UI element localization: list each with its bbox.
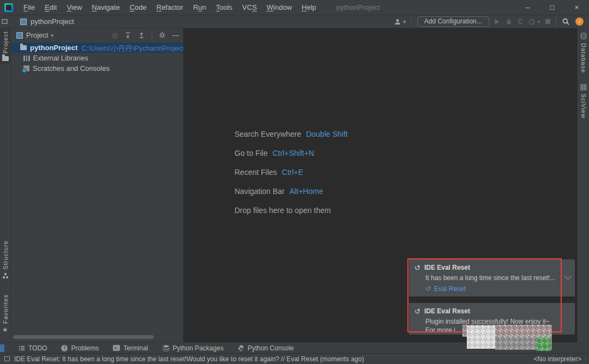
tool-tab-label: Terminal — [123, 344, 148, 352]
python-icon — [238, 345, 244, 351]
title-bar: File Edit View Navigate Code Refactor Ru… — [0, 0, 589, 15]
hint-navigation-bar: Navigation Bar Alt+Home — [235, 181, 347, 201]
toolbar-actions: ▾ Add Configuration... C ▾ ↑ — [394, 16, 589, 27]
add-configuration-button[interactable]: Add Configuration... — [417, 16, 489, 27]
pycharm-window: File Edit View Navigate Code Refactor Ru… — [0, 0, 589, 364]
debug-bug-icon[interactable] — [505, 18, 513, 26]
run-icon[interactable] — [495, 19, 500, 25]
hint-go-to-file: Go to File Ctrl+Shift+N — [235, 143, 347, 162]
tree-item-external-libraries[interactable]: External Libraries — [11, 53, 183, 63]
project-tab-label: Project — [2, 31, 9, 53]
project-icon — [20, 19, 27, 25]
sidebar-tab-favorites[interactable]: Favorites ★ — [2, 292, 9, 336]
tool-tab-python-packages[interactable]: Python Packages — [163, 344, 224, 352]
collapse-all-icon[interactable] — [138, 32, 145, 39]
close-button[interactable]: × — [564, 0, 589, 15]
minimize-button[interactable]: – — [515, 0, 540, 15]
sidebar-tab-structure[interactable]: Structure — [2, 238, 9, 282]
star-icon: ★ — [2, 326, 8, 333]
horizontal-scrollbar[interactable] — [13, 335, 154, 339]
menu-refactor[interactable]: Refactor — [152, 0, 188, 15]
update-notification-icon[interactable]: ↑ — [575, 17, 584, 26]
locate-file-icon[interactable]: ◎ — [112, 32, 118, 39]
sciview-tab-label: SciView — [580, 94, 587, 119]
keymap-hints: Search Everywhere Double Shift Go to Fil… — [235, 124, 347, 220]
menu-run[interactable]: Run — [188, 0, 211, 15]
database-icon — [580, 33, 587, 40]
menu-file[interactable]: File — [19, 0, 40, 15]
user-menu[interactable]: ▾ — [394, 18, 406, 26]
project-view-selector[interactable]: Project — [26, 31, 48, 39]
tool-tab-label: Problems — [71, 344, 99, 352]
coverage-icon[interactable]: C — [518, 18, 523, 26]
chevron-down-icon: ▾ — [403, 19, 406, 25]
tree-item-label: External Libraries — [33, 54, 88, 62]
packages-layers-icon — [163, 345, 170, 351]
tool-tab-problems[interactable]: ! Problems — [61, 344, 99, 352]
favorites-tab-label: Favorites — [2, 294, 9, 324]
main-toolbar: pythonProject ▾ Add Configuration... C ▾… — [0, 15, 589, 28]
project-tree: pythonProject C:\Users\小丹丹\PycharmProjec… — [11, 43, 183, 74]
structure-tab-label: Structure — [2, 240, 9, 270]
tool-tab-label: Python Console — [248, 344, 294, 352]
hide-panel-icon[interactable]: — — [172, 32, 179, 39]
mosaic-block — [537, 338, 551, 351]
menu-code[interactable]: Code — [125, 0, 152, 15]
project-panel-header: Project ▾ ◎ — — [11, 28, 183, 42]
menu-help[interactable]: Help — [297, 0, 321, 15]
profiler-icon — [528, 18, 536, 26]
profiler-group[interactable]: ▾ — [528, 18, 540, 26]
breadcrumb[interactable]: pythonProject — [31, 17, 74, 26]
search-icon[interactable] — [562, 17, 570, 26]
editor-area: Search Everywhere Double Shift Go to Fil… — [184, 28, 577, 342]
menu-bar: File Edit View Navigate Code Refactor Ru… — [19, 0, 321, 15]
menu-vcs[interactable]: VCS — [237, 0, 262, 15]
right-tool-strip: Database SciView — [577, 28, 589, 342]
tool-window-switcher-icon[interactable] — [2, 19, 8, 24]
panel-header-actions: ◎ — — [112, 31, 179, 40]
stop-icon[interactable] — [545, 19, 550, 24]
annotation-red-box — [407, 258, 562, 332]
chevron-down-icon[interactable]: ▾ — [51, 33, 53, 38]
structure-icon — [2, 272, 9, 279]
pycharm-logo-icon — [4, 3, 13, 12]
interpreter-selector[interactable]: <No interpreter> — [534, 355, 581, 363]
hint-search-everywhere: Search Everywhere Double Shift — [235, 124, 347, 143]
tree-item-scratches[interactable]: Scratches and Consoles — [11, 63, 183, 74]
hint-drop-files: Drop files here to open them — [235, 201, 347, 220]
sidebar-tab-database[interactable]: Database — [580, 33, 587, 73]
window-title: pythonProject — [336, 3, 380, 11]
gear-icon[interactable] — [159, 32, 166, 39]
tree-item-pythonproject[interactable]: pythonProject C:\Users\小丹丹\PycharmProjec… — [11, 43, 183, 53]
menu-edit[interactable]: Edit — [40, 0, 62, 15]
hint-recent-files: Recent Files Ctrl+E — [235, 162, 347, 181]
status-bar: IDE Eval Reset: It has been a long time … — [0, 353, 589, 364]
divider — [152, 31, 152, 40]
libraries-icon — [23, 56, 30, 61]
divider — [556, 17, 556, 26]
sidebar-tab-sciview[interactable]: SciView — [580, 84, 587, 119]
tool-tab-todo[interactable]: TODO — [19, 344, 47, 352]
menu-navigate[interactable]: Navigate — [87, 0, 124, 15]
mosaic-block — [467, 326, 495, 349]
window-controls: – □ × — [515, 0, 589, 15]
project-panel: Project ▾ ◎ — pythonProject C:\Users\小丹丹… — [11, 28, 184, 342]
menu-view[interactable]: View — [62, 0, 87, 15]
tool-tab-terminal[interactable]: >_ Terminal — [113, 344, 148, 352]
tree-item-label: pythonProject — [30, 44, 77, 52]
chevron-down-icon: ▾ — [537, 19, 540, 25]
menu-tools[interactable]: Tools — [211, 0, 237, 15]
tool-tab-label: Python Packages — [173, 344, 224, 352]
sidebar-tab-project[interactable]: Project — [0, 28, 11, 64]
expand-all-icon[interactable] — [124, 32, 131, 39]
censored-mosaic — [462, 325, 553, 352]
todo-list-icon — [19, 345, 25, 351]
tool-tab-label: TODO — [28, 344, 47, 352]
tool-tab-python-console[interactable]: Python Console — [238, 344, 294, 352]
maximize-button[interactable]: □ — [540, 0, 564, 15]
event-log-icon[interactable] — [4, 356, 10, 361]
strip-bottom-group: Structure Favorites ★ — [2, 238, 9, 336]
menu-window[interactable]: Window — [262, 0, 297, 15]
left-tool-strip: Project Structure Favorites ★ — [0, 28, 11, 342]
folder-icon — [20, 45, 27, 50]
